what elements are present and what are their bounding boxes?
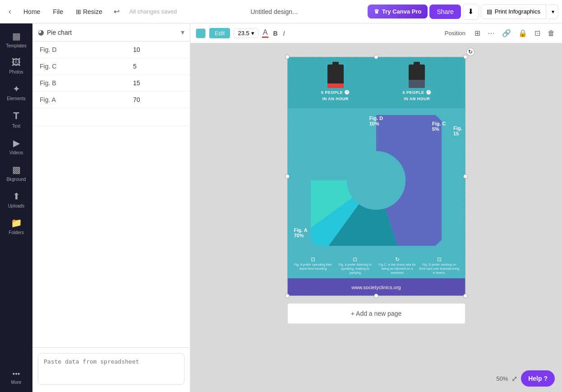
link-icon[interactable]: 🔗 [500, 27, 513, 39]
formatting-toolbar: Edit 23.5 ▾ A B I Position ⊞ ⋯ 🔗 🔒 ⊡ 🗑 [190, 23, 562, 43]
canvas-container[interactable]: ↻ 5 PEOPLE 🕐 [190, 43, 562, 392]
more-options-icon[interactable]: ⋯ [486, 27, 497, 39]
sidebar-item-uploads[interactable]: ⬆ Uploads [2, 187, 31, 212]
table-row[interactable]: Fig. A 70 [32, 92, 190, 108]
sidebar-item-label: Uploads [8, 203, 25, 208]
print-dropdown-button[interactable]: ▾ [548, 5, 558, 19]
fig-a-label: Fig. A 70% [294, 227, 308, 238]
infographic-card: 5 PEOPLE 🕐 IN AN HOUR [287, 57, 465, 296]
resize-button[interactable]: ⊞Resize [70, 5, 108, 18]
selection-handle-bm[interactable] [374, 294, 378, 298]
selection-handle-tm[interactable] [374, 55, 378, 59]
table-row[interactable]: Fig. C 5 [32, 58, 190, 75]
background-icon: ▩ [12, 164, 21, 175]
fullscreen-button[interactable]: ⤢ [511, 374, 517, 383]
zoom-level: 50% [496, 375, 508, 382]
edit-button[interactable]: Edit [209, 28, 230, 38]
font-size-chevron-icon: ▾ [251, 30, 254, 37]
chart-type-dropdown[interactable]: ▾ [181, 28, 184, 37]
desc-icon-1: ⊡ [293, 256, 333, 263]
battery-icon-2 [409, 65, 425, 88]
position-button[interactable]: Position [441, 28, 469, 38]
selection-handle-tr[interactable] [463, 55, 468, 59]
sidebar-item-label: Videos [9, 150, 23, 155]
selection-handle-bl[interactable] [285, 294, 290, 298]
font-size-value: 23.5 [238, 30, 249, 37]
sidebar-item-label: More [11, 380, 22, 385]
bottom-bar: 50% ⤢ Help ? [496, 370, 555, 387]
chart-data-table: Fig. D 10 Fig. C 5 Fig. B 15 Fig. A 70 [32, 42, 190, 126]
sidebar-item-elements[interactable]: ✦ Elements [2, 80, 31, 105]
print-button[interactable]: ▤ Print Infographics [481, 4, 546, 19]
try-canva-pro-button[interactable]: ♛ Try Canva Pro [368, 5, 428, 18]
help-button[interactable]: Help ? [521, 370, 555, 387]
desc-text-4: Fig. D prefer working on their own over … [419, 263, 459, 275]
selection-handle-br[interactable] [463, 294, 468, 298]
font-size-control[interactable]: 23.5 ▾ [234, 28, 258, 38]
sidebar-item-label: Folders [9, 230, 23, 235]
lock-icon[interactable]: 🔒 [516, 27, 529, 39]
selection-handle-mr[interactable] [463, 174, 468, 179]
desc-icon-2: ⊡ [335, 256, 375, 263]
chart-type-bar: ◕ Pie chart ▾ [32, 23, 190, 42]
sidebar-item-templates[interactable]: ▦ Templates [2, 27, 31, 52]
sidebar-item-label: Templates [6, 43, 27, 48]
more-icon: ••• [13, 370, 20, 378]
download-button[interactable]: ⬇ [463, 4, 479, 20]
sidebar-item-more[interactable]: ••• More [2, 366, 31, 388]
sidebar-item-folders[interactable]: 📁 Folders [2, 214, 31, 239]
sidebar: ▦ Templates 🖼 Photos ✦ Elements T Text ▶… [0, 23, 32, 392]
pie-chart-icon: ◕ [38, 28, 44, 37]
row-value[interactable]: 15 [126, 75, 190, 92]
sidebar-item-photos[interactable]: 🖼 Photos [2, 54, 31, 78]
table-row[interactable]: Fig. B 15 [32, 75, 190, 92]
distribute-icon[interactable]: ⊞ [473, 27, 482, 39]
add-page-button[interactable]: + Add a new page [287, 303, 465, 324]
uploads-icon: ⬆ [13, 191, 20, 202]
templates-icon: ▦ [12, 31, 21, 42]
url-footer: www.societyclinics.org [288, 278, 465, 295]
data-table: Fig. D 10 Fig. C 5 Fig. B 15 Fig. A 70 [32, 42, 190, 347]
desc-icon-3: ↻ [377, 256, 417, 263]
italic-button[interactable]: I [282, 30, 286, 37]
svg-point-3 [318, 122, 435, 240]
back-button[interactable]: ‹ [4, 5, 16, 18]
desc-block-2: ⊡ Fig. b prefer listening to speaking, r… [335, 256, 375, 275]
desc-icon-4: ⊡ [419, 256, 459, 263]
saved-status: All changes saved [129, 8, 177, 15]
row-value[interactable]: 70 [126, 92, 190, 108]
share-button[interactable]: Share [429, 5, 461, 19]
stat-block-2: 6 PEOPLE 🕐 IN AN HOUR [402, 65, 431, 101]
sidebar-item-background[interactable]: ▩ Bkground [2, 161, 31, 185]
stat-block-1: 5 PEOPLE 🕐 IN AN HOUR [321, 65, 350, 101]
row-value[interactable]: 5 [126, 58, 190, 75]
undo-button[interactable]: ↩ [110, 5, 124, 19]
rotate-handle[interactable]: ↻ [466, 48, 474, 56]
row-label: Fig. A [32, 92, 126, 108]
paste-spreadsheet-input[interactable] [38, 353, 184, 385]
delete-icon[interactable]: 🗑 [546, 28, 557, 39]
selection-container: ↻ 5 PEOPLE 🕐 [287, 57, 465, 296]
selection-handle-tl[interactable] [285, 55, 290, 59]
text-icon: T [13, 110, 19, 122]
layer-icon[interactable]: ⊡ [533, 27, 542, 39]
desc-text-2: Fig. b prefer listening to speaking, rea… [335, 263, 375, 275]
home-button[interactable]: Home [18, 5, 46, 18]
data-panel: ◕ Pie chart ▾ Fig. D 10 Fig. C 5 Fig. B [32, 23, 190, 392]
selection-handle-ml[interactable] [285, 174, 290, 179]
document-title: Untitled design... [182, 8, 366, 15]
file-button[interactable]: File [47, 5, 69, 18]
sidebar-item-text[interactable]: T Text [2, 106, 31, 132]
videos-icon: ▶ [13, 138, 20, 148]
battery-fill-2 [409, 80, 425, 88]
folders-icon: 📁 [11, 217, 22, 228]
desc-block-3: ↻ Fig C. is the stress rate for being an… [377, 256, 417, 275]
table-row[interactable]: Fig. D 10 [32, 42, 190, 58]
print-icon: ▤ [487, 8, 492, 15]
color-swatch[interactable] [196, 28, 206, 38]
bold-button[interactable]: B [272, 30, 278, 37]
text-color-button[interactable]: A [262, 28, 269, 38]
sidebar-item-videos[interactable]: ▶ Videos [2, 134, 31, 159]
row-value[interactable]: 10 [126, 42, 190, 58]
sidebar-item-label: Elements [7, 96, 26, 101]
